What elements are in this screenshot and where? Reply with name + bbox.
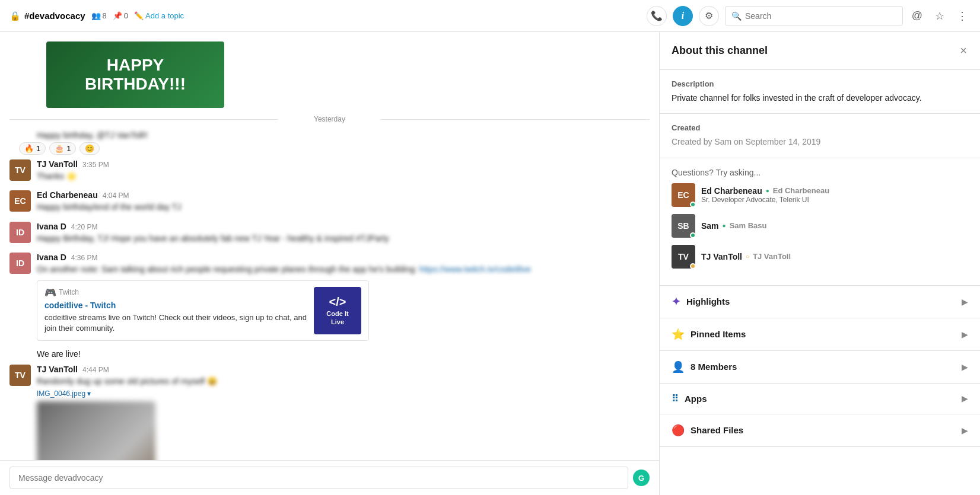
birthday-text: Happy birthday, @TJ VanToll!! bbox=[9, 130, 650, 140]
pinned-items-nav-left: ⭐ Pinned Items bbox=[672, 328, 746, 341]
highlights-nav-left: ✦ Highlights bbox=[672, 295, 730, 308]
message-text: Thanks 🌟 bbox=[37, 170, 650, 182]
add-topic-button[interactable]: ✏️ Add a topic bbox=[134, 11, 184, 20]
more-button[interactable]: ⋮ bbox=[954, 8, 971, 24]
main-content: HAPPY BIRTHDAY!!! Yesterday Happy birthd… bbox=[0, 32, 980, 495]
message-content: Ivana D 4:36 PM On another note: Sam tal… bbox=[37, 253, 650, 340]
code-icon: </> bbox=[329, 295, 346, 309]
pinned-items-label: Pinned Items bbox=[691, 329, 746, 339]
message-row: TV TJ VanToll 4:44 PM Randomly dug up so… bbox=[9, 365, 650, 460]
at-icon: @ bbox=[912, 9, 922, 22]
message-input[interactable] bbox=[9, 467, 628, 489]
member-handle: Ed Charbeneau bbox=[773, 186, 829, 195]
search-input[interactable] bbox=[745, 11, 896, 21]
members-nav-item[interactable]: 👤 8 Members ▶ bbox=[660, 351, 980, 384]
chevron-right-icon: ▶ bbox=[962, 394, 968, 403]
link-preview-source: 🎮 Twitch bbox=[44, 287, 308, 298]
chevron-right-icon: ▶ bbox=[962, 426, 968, 435]
member-row: SB Sam ● Sam Basu bbox=[672, 214, 968, 238]
grammarly-icon: G bbox=[633, 470, 650, 486]
add-reaction[interactable]: 😊 bbox=[79, 142, 100, 155]
info-button[interactable]: i bbox=[673, 6, 693, 26]
phone-button[interactable]: 📞 bbox=[647, 6, 667, 26]
birthday-banner: HAPPY BIRTHDAY!!! bbox=[46, 41, 224, 108]
status-indicator: ● bbox=[723, 222, 726, 229]
pencil-icon: ✏️ bbox=[134, 11, 144, 20]
apps-nav-item[interactable]: ⠿ Apps ▶ bbox=[660, 384, 980, 414]
link-preview-text: 🎮 Twitch codeitlive - Twitch codeitlive … bbox=[44, 287, 308, 334]
date-divider: Yesterday bbox=[9, 115, 650, 123]
avatar: TV bbox=[9, 365, 31, 386]
message-header: Ivana D 4:36 PM bbox=[37, 253, 650, 262]
message-time: 4:44 PM bbox=[82, 366, 109, 374]
apps-label: Apps bbox=[685, 394, 707, 404]
message-author: TJ VanToll bbox=[37, 159, 78, 169]
file-name: IMG_0046.jpeg ▾ bbox=[37, 389, 650, 398]
member-name: Ed Charbeneau ● Ed Charbeneau bbox=[701, 186, 829, 196]
message-text: Happy birthday/end of the world day TJ bbox=[37, 201, 650, 213]
questions-label: Questions? Try asking... bbox=[672, 168, 968, 177]
message-header: Ed Charbeneau 4:04 PM bbox=[37, 190, 650, 200]
status-dot-online bbox=[690, 202, 696, 207]
members-nav-label: 8 Members bbox=[691, 362, 737, 372]
emoji-reactions[interactable]: 🔥 1 🎂 1 😊 bbox=[19, 142, 650, 155]
members-nav-icon: 👤 bbox=[672, 360, 685, 373]
at-button[interactable]: @ bbox=[909, 8, 925, 24]
lock-icon: 🔒 bbox=[9, 11, 21, 21]
pins-icon: 📌 bbox=[113, 11, 122, 20]
created-label: Created bbox=[672, 123, 968, 132]
description-label: Description bbox=[672, 79, 968, 88]
message-header: Ivana D 4:20 PM bbox=[37, 222, 650, 231]
birthday-reaction[interactable]: 🎂 1 bbox=[49, 142, 76, 155]
avatar: ID bbox=[9, 222, 31, 243]
message-content: TJ VanToll 3:35 PM Thanks 🌟 bbox=[37, 159, 650, 182]
highlights-nav-item[interactable]: ✦ Highlights ▶ bbox=[660, 286, 980, 318]
status-dot-online bbox=[690, 232, 696, 238]
link-preview-title[interactable]: codeitlive - Twitch bbox=[44, 301, 308, 310]
pinned-items-nav-item[interactable]: ⭐ Pinned Items ▶ bbox=[660, 318, 980, 351]
right-panel: About this channel × Description Private… bbox=[660, 32, 980, 495]
channel-name-area: 🔒 #devadvocacy bbox=[9, 11, 85, 21]
chat-area: HAPPY BIRTHDAY!!! Yesterday Happy birthd… bbox=[0, 32, 660, 495]
star-button[interactable]: ☆ bbox=[931, 8, 948, 24]
birthday-banner-container: HAPPY BIRTHDAY!!! bbox=[9, 41, 650, 108]
chevron-right-icon: ▶ bbox=[962, 297, 968, 306]
search-bar[interactable]: 🔍 bbox=[725, 6, 903, 26]
message-text: On another note: Sam talking about rich … bbox=[37, 263, 650, 275]
fire-emoji: 🔥 bbox=[24, 144, 34, 153]
more-icon: ⋮ bbox=[957, 9, 968, 23]
close-button[interactable]: × bbox=[959, 43, 968, 59]
member-info: Sam ● Sam Basu bbox=[701, 221, 767, 231]
shared-files-icon: 🔴 bbox=[672, 424, 685, 437]
highlights-icon: ✦ bbox=[672, 295, 680, 308]
channel-name: #devadvocacy bbox=[24, 11, 85, 21]
shared-files-label: Shared Files bbox=[691, 425, 743, 435]
link-preview-thumbnail: </> Code It Live bbox=[314, 287, 361, 334]
message-author: Ed Charbeneau bbox=[37, 190, 98, 200]
member-handle: TJ VanToll bbox=[753, 252, 791, 261]
panel-header: About this channel × bbox=[660, 32, 980, 70]
questions-section: Questions? Try asking... EC Ed Charbenea… bbox=[660, 158, 980, 286]
member-name: Sam ● Sam Basu bbox=[701, 221, 767, 231]
member-info: TJ VanToll ○ TJ VanToll bbox=[701, 252, 791, 261]
message-input-area: G bbox=[0, 460, 659, 495]
chat-messages: HAPPY BIRTHDAY!!! Yesterday Happy birthd… bbox=[0, 32, 659, 460]
fire-reaction[interactable]: 🔥 1 bbox=[19, 142, 46, 155]
phone-icon: 📞 bbox=[651, 10, 663, 21]
link-preview-desc: codeitlive streams live on Twitch! Check… bbox=[44, 312, 308, 334]
we-are-live-text: We are live! bbox=[37, 349, 650, 359]
header-right: 📞 i ⚙ 🔍 @ ☆ ⋮ bbox=[647, 6, 971, 26]
pins-count: 📌 0 bbox=[113, 11, 128, 20]
settings-button[interactable]: ⚙ bbox=[699, 6, 719, 26]
message-author: TJ VanToll bbox=[37, 365, 78, 374]
message-time: 4:36 PM bbox=[71, 254, 98, 262]
description-section: Description Private channel for folks in… bbox=[660, 70, 980, 114]
member-row: EC Ed Charbeneau ● Ed Charbeneau Sr. Dev… bbox=[672, 183, 968, 207]
description-text: Private channel for folks invested in th… bbox=[672, 92, 968, 104]
message-author: Ivana D bbox=[37, 253, 66, 262]
avatar: EC bbox=[9, 190, 31, 212]
shared-files-nav-item[interactable]: 🔴 Shared Files ▶ bbox=[660, 414, 980, 447]
highlights-label: Highlights bbox=[686, 296, 730, 306]
message-content: TJ VanToll 4:44 PM Randomly dug up some … bbox=[37, 365, 650, 460]
created-text: Created by Sam on September 14, 2019 bbox=[672, 136, 968, 148]
